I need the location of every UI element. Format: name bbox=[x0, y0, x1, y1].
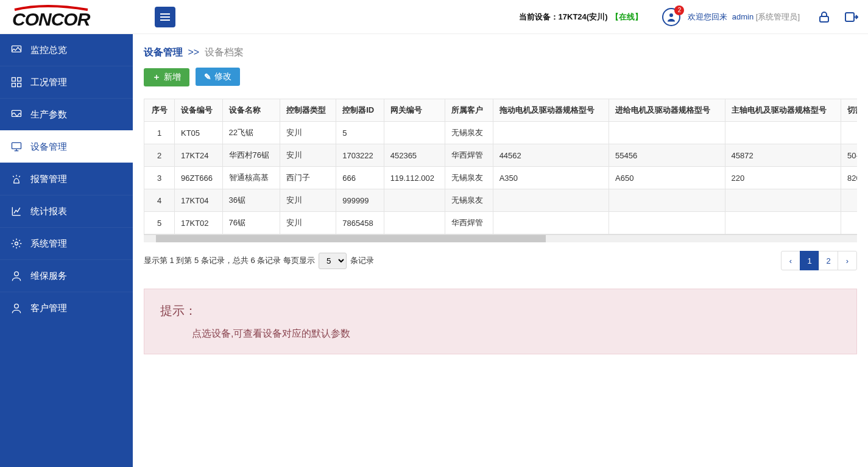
svg-rect-10 bbox=[12, 142, 21, 149]
svg-rect-5 bbox=[12, 78, 16, 82]
device-table-wrap: 序号 设备编号 设备名称 控制器类型 控制器ID 网关编号 所属客户 拖动电机及… bbox=[144, 99, 857, 235]
toolbar: ＋新增 ✎修改 bbox=[144, 68, 857, 86]
welcome-text: 欢迎您回来 admin [系统管理员] bbox=[688, 12, 800, 23]
alarm-icon bbox=[10, 172, 23, 186]
col-m1[interactable]: 拖动电机及驱动器规格型号 bbox=[493, 99, 609, 122]
page-2[interactable]: 2 bbox=[819, 251, 838, 270]
device-icon bbox=[10, 140, 23, 153]
svg-rect-8 bbox=[18, 83, 21, 87]
chart-icon bbox=[10, 205, 23, 218]
lock-icon[interactable] bbox=[816, 9, 833, 26]
edit-button[interactable]: ✎修改 bbox=[196, 68, 240, 86]
table-row[interactable]: 217KT24华西村76锯安川1703222452365华西焊管44562554… bbox=[144, 144, 858, 167]
table-header-row: 序号 设备编号 设备名称 控制器类型 控制器ID 网关编号 所属客户 拖动电机及… bbox=[144, 99, 858, 122]
svg-point-1 bbox=[669, 13, 673, 17]
table-footer: 显示第 1 到第 5 条记录，总共 6 条记录 每页显示 5 条记录 ‹ 1 2… bbox=[144, 251, 857, 270]
logo: CONCOR bbox=[9, 5, 130, 29]
pencil-icon: ✎ bbox=[204, 72, 211, 82]
sidebar-item-label: 工况管理 bbox=[30, 77, 67, 88]
col-m2[interactable]: 进给电机及驱动器规格型号 bbox=[609, 99, 725, 122]
user-avatar[interactable]: 2 bbox=[662, 8, 680, 26]
records-summary: 显示第 1 到第 5 条记录，总共 6 条记录 每页显示 bbox=[144, 255, 315, 266]
sidebar-item-customer[interactable]: 客户管理 bbox=[0, 292, 133, 324]
paginator: ‹ 1 2 › bbox=[782, 251, 857, 270]
device-status-online: 【在线】 bbox=[611, 12, 643, 23]
table-row[interactable]: 396ZT666智通核高基西门子666119.112.002无锡泉友A350A6… bbox=[144, 167, 858, 189]
svg-rect-3 bbox=[845, 13, 854, 21]
menu-toggle-button[interactable] bbox=[155, 7, 175, 27]
page-size-select[interactable]: 5 bbox=[319, 253, 347, 269]
col-cut[interactable]: 切割管型范围及最高速度 bbox=[841, 99, 857, 122]
sidebar-item-label: 客户管理 bbox=[30, 303, 67, 314]
sidebar-item-maintenance[interactable]: 维保服务 bbox=[0, 259, 133, 292]
sidebar: 监控总览 工况管理 生产参数 设备管理 报警管理 统计报表 系统管理 维保服务 bbox=[0, 34, 133, 467]
table-row[interactable]: 1KT0522飞锯安川5无锡泉友 bbox=[144, 122, 858, 144]
breadcrumb: 设备管理 >> 设备档案 bbox=[144, 40, 857, 68]
col-m3[interactable]: 主轴电机及驱动器规格型号 bbox=[725, 99, 841, 122]
hint-title: 提示： bbox=[160, 303, 841, 319]
col-cid[interactable]: 控制器ID bbox=[336, 99, 384, 122]
sidebar-item-system[interactable]: 系统管理 bbox=[0, 227, 133, 259]
col-name[interactable]: 设备名称 bbox=[222, 99, 280, 122]
page-next[interactable]: › bbox=[838, 251, 857, 270]
sidebar-item-label: 生产参数 bbox=[30, 109, 67, 121]
current-device-label: 当前设备：17KT24(安川) bbox=[519, 12, 608, 23]
page-prev[interactable]: ‹ bbox=[781, 251, 800, 270]
breadcrumb-root[interactable]: 设备管理 bbox=[144, 47, 183, 57]
col-cust[interactable]: 所属客户 bbox=[445, 99, 493, 122]
sidebar-item-production[interactable]: 生产参数 bbox=[0, 98, 133, 130]
sidebar-item-condition[interactable]: 工况管理 bbox=[0, 66, 133, 98]
monitor-icon bbox=[10, 43, 23, 57]
sidebar-item-label: 设备管理 bbox=[30, 141, 67, 153]
page-1[interactable]: 1 bbox=[800, 251, 819, 270]
service-icon bbox=[10, 269, 23, 283]
breadcrumb-leaf: 设备档案 bbox=[205, 47, 244, 57]
svg-point-11 bbox=[15, 242, 18, 245]
svg-rect-6 bbox=[18, 78, 21, 82]
hint-body: 点选设备,可查看设备对应的默认参数 bbox=[192, 328, 841, 340]
col-idx[interactable]: 序号 bbox=[144, 99, 175, 122]
sidebar-item-monitor[interactable]: 监控总览 bbox=[0, 34, 133, 66]
main-content: 设备管理 >> 设备档案 ＋新增 ✎修改 序号 设备编号 设备名称 控制器类型 … bbox=[133, 34, 868, 467]
sidebar-item-device[interactable]: 设备管理 bbox=[0, 130, 133, 163]
notification-badge: 2 bbox=[674, 5, 684, 15]
device-table: 序号 设备编号 设备名称 控制器类型 控制器ID 网关编号 所属客户 拖动电机及… bbox=[144, 99, 857, 234]
sidebar-item-label: 维保服务 bbox=[30, 270, 67, 282]
table-row[interactable]: 517KT0276锯安川7865458华西焊管 bbox=[144, 212, 858, 234]
sidebar-item-label: 报警管理 bbox=[30, 174, 67, 185]
hint-box: 提示： 点选设备,可查看设备对应的默认参数 bbox=[144, 289, 857, 354]
wave-icon bbox=[10, 108, 23, 121]
col-gw[interactable]: 网关编号 bbox=[384, 99, 445, 122]
grid-icon bbox=[10, 75, 23, 89]
table-row[interactable]: 417KT0436锯安川999999无锡泉友 bbox=[144, 189, 858, 212]
col-no[interactable]: 设备编号 bbox=[175, 99, 223, 122]
svg-point-13 bbox=[15, 304, 19, 308]
user-icon bbox=[10, 301, 23, 315]
svg-rect-7 bbox=[12, 83, 16, 87]
col-ctrl[interactable]: 控制器类型 bbox=[280, 99, 336, 122]
sidebar-item-alarm[interactable]: 报警管理 bbox=[0, 163, 133, 195]
gear-icon bbox=[10, 237, 23, 250]
sidebar-item-label: 统计报表 bbox=[30, 206, 67, 217]
exit-icon[interactable] bbox=[842, 9, 859, 26]
plus-icon: ＋ bbox=[152, 72, 161, 83]
horizontal-scrollbar[interactable] bbox=[144, 235, 857, 242]
svg-text:CONCOR: CONCOR bbox=[12, 9, 91, 29]
svg-point-12 bbox=[15, 272, 19, 276]
top-header: CONCOR 当前设备：17KT24(安川) 【在线】 2 欢迎您回来 admi… bbox=[0, 0, 868, 34]
sidebar-item-label: 系统管理 bbox=[30, 238, 67, 250]
svg-rect-2 bbox=[820, 16, 828, 22]
add-button[interactable]: ＋新增 bbox=[144, 68, 189, 86]
sidebar-item-label: 监控总览 bbox=[30, 44, 67, 56]
sidebar-item-stats[interactable]: 统计报表 bbox=[0, 195, 133, 227]
